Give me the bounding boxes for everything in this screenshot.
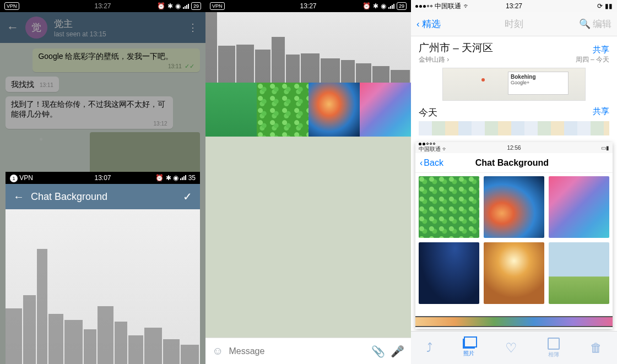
status-bar: 1 VPN 13:07 ⏰ ✱ ◉ 35 <box>6 172 200 184</box>
panel-ios-photos: 中国联通 ᯤ 13:27 ⟳ ▮▮ ‹ 精选 时刻 🔍 编辑 广州市 – 天河区… <box>411 0 617 364</box>
photo-strip[interactable] <box>419 121 609 135</box>
share-link[interactable]: 共享 <box>593 106 609 119</box>
favorite-button[interactable]: ♡ <box>505 340 517 356</box>
tab-albums[interactable]: 相簿 <box>548 338 560 358</box>
wifi-icon: ◉ <box>381 2 386 10</box>
status-bar: VPN 13:27 ⏰ ✱ ◉ 29 <box>205 0 411 12</box>
signal-icon <box>415 5 432 8</box>
location-title: 广州市 – 天河区 <box>419 41 493 55</box>
back-icon[interactable]: ← <box>13 191 24 203</box>
map-card-title: Bokehing <box>511 74 536 80</box>
overlay-header: ← Chat Background ✓ <box>6 184 200 209</box>
today-label: 今天 <box>419 106 437 119</box>
signal-icon <box>388 3 394 9</box>
heart-icon: ♡ <box>505 340 517 356</box>
overlay-nav: ‹ Back Chat Background <box>415 153 613 173</box>
wallpaper-thumb-autumn[interactable] <box>484 242 544 304</box>
moments-section-header: 广州市 – 天河区 金钟山路 › 共享 周四 – 今天 <box>411 36 617 68</box>
bluetooth-icon: ✱ <box>167 2 173 10</box>
tab-label: 相簿 <box>548 351 559 358</box>
date-range: 周四 – 今天 <box>576 55 609 64</box>
map-card: Bokehing Google+ <box>508 72 569 95</box>
alarm-icon: ⏰ <box>157 2 165 10</box>
panel-telegram-chat: VPN 13:27 ⏰ ✱ ◉ 29 ← 觉 觉主 last seen at 1… <box>0 0 205 364</box>
wallpaper-preview[interactable] <box>6 209 200 364</box>
status-time: 13:07 <box>6 174 200 182</box>
share-link[interactable]: 共享 <box>576 45 609 55</box>
battery-level: 29 <box>397 2 407 10</box>
map-card-sub: Google+ <box>511 80 529 85</box>
map-marker-icon <box>481 78 485 82</box>
wifi-icon: ◉ <box>175 2 181 10</box>
confirm-icon[interactable]: ✓ <box>183 190 192 203</box>
message-input-bar: ☺ 📎 🎤 <box>205 338 411 364</box>
film-strip[interactable] <box>415 316 613 327</box>
wallpaper-thumb-space[interactable] <box>308 83 360 137</box>
location-subtitle: 金钟山路 <box>419 56 445 63</box>
wallpaper-thumb-poly[interactable] <box>549 176 609 238</box>
overlay-title: Chat Background <box>31 191 183 203</box>
status-bar: 中国联通 ᯤ 13:27 ⟳ ▮▮ <box>411 0 617 12</box>
panel-wallpaper-grid: VPN 13:27 ⏰ ✱ ◉ 29 ☺ 📎 🎤 <box>205 0 411 364</box>
mic-icon[interactable]: 🎤 <box>391 345 404 358</box>
wallpaper-thumb-space[interactable] <box>484 176 544 238</box>
message-input[interactable] <box>229 346 366 356</box>
vpn-badge: VPN <box>4 2 19 10</box>
photos-icon <box>463 339 475 349</box>
chevron-right-icon: › <box>447 56 449 63</box>
status-bar: 中国联通 ᯤ 12:56 ▭▮ <box>415 142 613 153</box>
map-thumbnail[interactable]: Bokehing Google+ <box>442 68 586 101</box>
today-section-header: 今天 共享 <box>411 101 617 119</box>
nav-title: 时刻 <box>411 18 617 30</box>
overlay-title: Chat Background <box>416 158 608 168</box>
wallpaper-thumb-green[interactable] <box>205 83 257 137</box>
trash-icon: 🗑 <box>590 341 602 355</box>
battery-level: 29 <box>191 2 201 10</box>
tab-photos[interactable]: 照片 <box>463 339 475 357</box>
wallpaper-city[interactable] <box>205 12 411 83</box>
bottom-toolbar: ⤴︎ 照片 ♡ 相簿 🗑 <box>411 331 617 364</box>
wallpaper-thumb-hills[interactable] <box>549 242 609 304</box>
bluetooth-icon: ✱ <box>373 2 378 10</box>
emoji-icon[interactable]: ☺ <box>212 345 223 357</box>
attach-icon[interactable]: 📎 <box>371 345 385 358</box>
orientation-lock-icon: ⟳ <box>597 2 603 10</box>
share-icon: ⤴︎ <box>426 341 432 355</box>
carrier-label: 中国联通 <box>435 2 461 11</box>
delete-button[interactable]: 🗑 <box>590 341 602 355</box>
battery-icon: ▮▮ <box>605 2 613 10</box>
chat-background-overlay: 中国联通 ᯤ 12:56 ▭▮ ‹ Back Chat Background <box>415 142 613 329</box>
vpn-badge: VPN <box>210 2 225 10</box>
signal-icon <box>183 3 189 9</box>
nav-bar: ‹ 精选 时刻 🔍 编辑 <box>411 12 617 36</box>
wallpaper-row <box>205 83 411 137</box>
chat-empty-background <box>205 137 411 338</box>
tab-label: 照片 <box>463 350 474 357</box>
wallpaper-thumb-leaves[interactable] <box>419 176 479 238</box>
wallpaper-grid <box>415 173 613 329</box>
alarm-icon: ⏰ <box>362 2 371 10</box>
wallpaper-thumb-leaves[interactable] <box>257 83 308 137</box>
wallpaper-thumb-night[interactable] <box>419 242 479 304</box>
wifi-icon: ᯤ <box>463 2 470 10</box>
status-time: 12:56 <box>415 145 613 151</box>
share-button[interactable]: ⤴︎ <box>426 341 432 355</box>
wallpaper-thumb-poly[interactable] <box>360 83 411 137</box>
chat-background-overlay: 1 VPN 13:07 ⏰ ✱ ◉ 35 ← Chat Background ✓ <box>6 172 200 364</box>
albums-icon <box>548 338 560 350</box>
